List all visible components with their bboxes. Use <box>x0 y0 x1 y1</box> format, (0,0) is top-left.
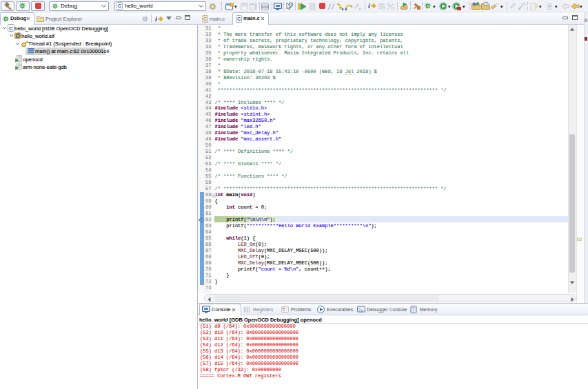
svg-text:i: i <box>155 15 157 23</box>
svg-text:C: C <box>203 17 207 21</box>
svg-text:C: C <box>118 3 121 8</box>
svg-text:i: i <box>368 2 370 10</box>
svg-text:010: 010 <box>261 5 269 10</box>
svg-text:C: C <box>237 17 241 21</box>
svg-text:C: C <box>9 25 13 32</box>
